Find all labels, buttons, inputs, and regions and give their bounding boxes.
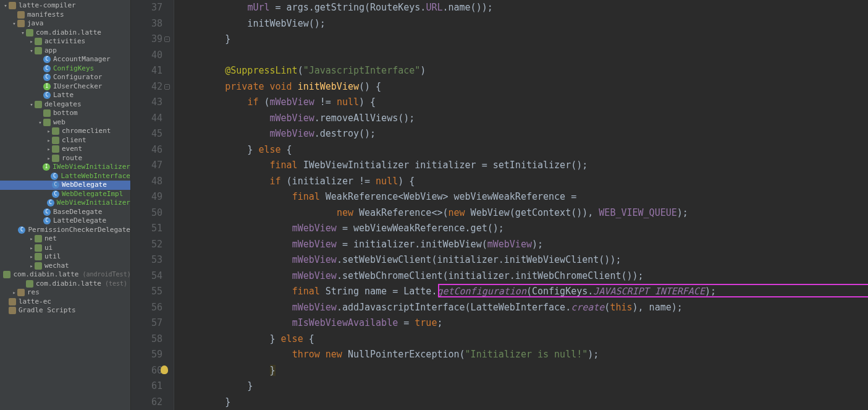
- tree-item-manifests[interactable]: ▸manifests: [0, 11, 130, 20]
- tree-item-lattedelegate[interactable]: ▸LatteDelegate: [0, 216, 130, 226]
- tree-item-ui[interactable]: ▸ui: [0, 244, 130, 253]
- tree-item-label: ui: [44, 244, 53, 253]
- tree-item-webdelegate[interactable]: ▸WebDelegate: [0, 181, 130, 190]
- code-line[interactable]: }: [180, 363, 868, 379]
- code-line[interactable]: }: [180, 378, 868, 395]
- tree-twisty-icon[interactable]: ▸: [28, 262, 35, 271]
- folder-icon: [9, 298, 16, 305]
- gutter-line: 57: [131, 315, 162, 331]
- tree-item-configkeys[interactable]: ▸ConfigKeys: [0, 64, 130, 74]
- code-line[interactable]: @SuppressLint("JavascriptInterface"): [180, 63, 868, 79]
- code-line[interactable]: mWebView.setWebViewClient(initializer.in…: [180, 252, 868, 268]
- tree-item-web[interactable]: ▾web: [0, 118, 130, 127]
- gutter-line: 49: [131, 189, 162, 205]
- tree-twisty-icon[interactable]: ▸: [46, 154, 52, 163]
- code-line[interactable]: new WeakReference<>(new WebView(getConte…: [180, 205, 868, 221]
- tree-item-com-diabin-latte[interactable]: ▸com.diabin.latte (androidTest): [0, 270, 130, 280]
- code-line[interactable]: mUrl = args.getString(RouteKeys.URL.name…: [180, 0, 868, 16]
- tree-twisty-icon[interactable]: ▸: [46, 127, 52, 136]
- tree-twisty-icon[interactable]: ▸: [46, 136, 52, 145]
- code-line[interactable]: if (initializer != null) {: [180, 174, 868, 190]
- gutter-line: 51: [131, 221, 162, 237]
- class-icon: [52, 181, 59, 189]
- code-line[interactable]: }: [180, 395, 868, 411]
- tree-item-activities[interactable]: ▸activities: [0, 37, 130, 46]
- tree-twisty-icon[interactable]: ▸: [28, 234, 35, 244]
- code-line[interactable]: mIsWebViewAvailable = true;: [180, 315, 868, 331]
- package-icon: [35, 253, 42, 260]
- package-icon: [52, 155, 59, 162]
- code-line[interactable]: mWebView = initializer.initWebView(mWebV…: [180, 237, 868, 253]
- tree-twisty-icon[interactable]: ▸: [28, 244, 35, 253]
- tree-item-wechat[interactable]: ▸wechat: [0, 262, 130, 271]
- class-icon: [43, 74, 51, 81]
- tree-item-webviewinitializer[interactable]: ▸WebViewInitializer: [0, 199, 130, 208]
- tree-item-bottom[interactable]: ▸bottom: [0, 109, 130, 118]
- tree-item-java[interactable]: ▾java: [0, 19, 130, 28]
- tree-item-res[interactable]: ▸res: [0, 288, 130, 297]
- tree-twisty-icon[interactable]: ▸: [46, 145, 52, 154]
- line-number: 52: [151, 239, 162, 250]
- code-line[interactable]: }: [180, 32, 868, 48]
- code-line[interactable]: mWebView.destroy();: [180, 126, 868, 142]
- tree-twisty-icon[interactable]: ▸: [28, 252, 35, 262]
- fold-toggle-icon[interactable]: −: [164, 36, 170, 42]
- line-number: 43: [151, 96, 162, 108]
- tree-item-app[interactable]: ▾app: [0, 46, 130, 56]
- intention-bulb-icon[interactable]: [161, 365, 168, 374]
- code-editor[interactable]: 373839−404142−43444546474849505152535455…: [131, 0, 868, 410]
- tree-item-latte[interactable]: ▸Latte: [0, 91, 130, 100]
- tree-item-com-diabin-latte[interactable]: ▸com.diabin.latte (test): [0, 280, 130, 289]
- code-line[interactable]: [180, 48, 868, 64]
- code-line[interactable]: } else {: [180, 331, 868, 348]
- tree-twisty-icon[interactable]: ▾: [11, 19, 17, 28]
- fold-toggle-icon[interactable]: −: [164, 84, 170, 90]
- line-number: 46: [151, 144, 162, 155]
- tree-item-webdelegateimpl[interactable]: ▸WebDelegateImpl: [0, 190, 130, 199]
- editor-code-area[interactable]: mUrl = args.getString(RouteKeys.URL.name…: [174, 0, 868, 410]
- tree-twisty-icon[interactable]: ▾: [37, 118, 43, 127]
- code-line[interactable]: final WeakReference<WebView> webViewWeak…: [180, 189, 868, 205]
- tree-twisty-icon[interactable]: ▸: [28, 37, 35, 46]
- tree-item-gradle-scripts[interactable]: ▸Gradle Scripts: [0, 306, 130, 315]
- gutter-line: 52: [131, 237, 162, 253]
- code-line[interactable]: if (mWebView != null) {: [180, 95, 868, 111]
- code-line[interactable]: final String name = Latte.getConfigurati…: [180, 284, 868, 300]
- project-tree[interactable]: ▾latte-compiler▸manifests▾java▾com.diabi…: [0, 0, 130, 317]
- code-line[interactable]: mWebView.addJavascriptInterface(LatteWeb…: [180, 300, 868, 316]
- tree-twisty-icon[interactable]: ▾: [28, 100, 35, 109]
- code-line[interactable]: throw new NullPointerException("Initiali…: [180, 347, 868, 363]
- tree-item-com-diabin-latte[interactable]: ▾com.diabin.latte: [0, 28, 130, 38]
- line-number: 51: [151, 223, 162, 234]
- code-line[interactable]: private void initWebView() {: [180, 79, 868, 95]
- tree-item-latte-compiler[interactable]: ▾latte-compiler: [0, 1, 130, 11]
- tree-item-label: manifests: [27, 11, 64, 20]
- tree-item-latte-ec[interactable]: ▸latte-ec: [0, 297, 130, 307]
- tree-item-lattewebinterface[interactable]: ▸LatteWebInterface: [0, 172, 130, 181]
- tree-item-client[interactable]: ▸client: [0, 136, 130, 145]
- tree-item-util[interactable]: ▸util: [0, 252, 130, 262]
- code-line[interactable]: mWebView.removeAllViews();: [180, 111, 868, 127]
- code-line[interactable]: } else {: [180, 142, 868, 158]
- project-tree-sidebar[interactable]: ▾latte-compiler▸manifests▾java▾com.diabi…: [0, 0, 131, 410]
- code-line[interactable]: mWebView.setWebChromeClient(initializer.…: [180, 268, 868, 284]
- code-line[interactable]: final IWebViewInitializer initializer = …: [180, 158, 868, 174]
- tree-item-event[interactable]: ▸event: [0, 145, 130, 154]
- tree-item-route[interactable]: ▸route: [0, 154, 130, 163]
- tree-item-net[interactable]: ▸net: [0, 234, 130, 244]
- tree-item-iuserchecker[interactable]: ▸IUserChecker: [0, 82, 130, 92]
- tree-twisty-icon[interactable]: ▸: [11, 288, 17, 297]
- tree-item-basedelegate[interactable]: ▸BaseDelegate: [0, 208, 130, 217]
- tree-item-permissioncheckerdelegate[interactable]: ▸PermissionCheckerDelegate: [0, 226, 130, 235]
- tree-item-iwebviewinitializer[interactable]: ▸IWebViewInitializer: [0, 163, 130, 172]
- code-line[interactable]: initWebView();: [180, 16, 868, 32]
- tree-item-delegates[interactable]: ▾delegates: [0, 100, 130, 109]
- tree-twisty-icon[interactable]: ▾: [2, 1, 9, 11]
- tree-item-accountmanager[interactable]: ▸AccountManager: [0, 55, 130, 64]
- tree-item-configurator[interactable]: ▸Configurator: [0, 73, 130, 82]
- line-number: 59: [151, 349, 162, 360]
- code-line[interactable]: mWebView = webViewWeakReference.get();: [180, 221, 868, 237]
- tree-item-chromeclient[interactable]: ▸chromeclient: [0, 127, 130, 136]
- tree-twisty-icon[interactable]: ▾: [20, 28, 26, 38]
- tree-twisty-icon[interactable]: ▾: [28, 46, 35, 56]
